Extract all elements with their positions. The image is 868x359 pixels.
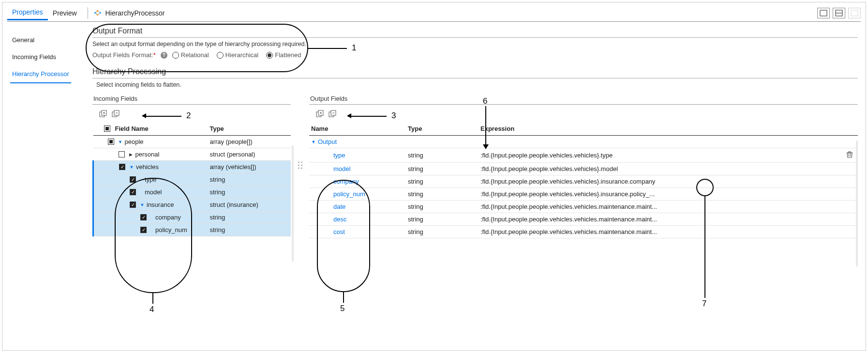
radio-flattened[interactable]: Flattened — [266, 51, 301, 59]
chevron-down-icon[interactable]: ▼ — [311, 140, 316, 144]
field-type: array (vehicles[]) — [208, 161, 291, 173]
expand-all-icon[interactable] — [98, 109, 108, 119]
output-field-name[interactable]: cost — [311, 228, 345, 235]
annotation-number: 4 — [150, 305, 154, 314]
scrollbar[interactable] — [856, 140, 858, 266]
annotation-number: 6 — [483, 96, 487, 106]
output-fields-format-row: Output Fields Format:* ? Relational Hier… — [92, 51, 858, 59]
annotation-number: 5 — [340, 304, 344, 313]
incoming-fields-panel: Incoming Fields Field Name Type ▼ people… — [92, 92, 291, 238]
sidenav-hierarchy-processor[interactable]: Hierarchy Processor — [10, 65, 71, 83]
output-field-name[interactable]: model — [311, 165, 350, 172]
tab-preview[interactable]: Preview — [48, 6, 82, 20]
radio-relational[interactable]: Relational — [172, 51, 209, 59]
chevron-down-icon[interactable]: ▼ — [129, 165, 134, 170]
row-checkbox[interactable] — [140, 214, 147, 220]
layout-single-icon[interactable] — [817, 8, 830, 18]
row-checkbox[interactable] — [130, 176, 136, 183]
row-checkbox[interactable] — [130, 202, 136, 208]
incoming-row[interactable]: ▼ insurancestruct (insurance) — [93, 199, 291, 211]
row-checkbox[interactable] — [140, 227, 147, 233]
panel-splitter[interactable] — [297, 92, 303, 238]
output-format-desc: Select an output format depending on the… — [92, 41, 858, 47]
trash-icon[interactable] — [846, 153, 853, 160]
annotation-number: 2 — [186, 111, 191, 121]
col-expression: Expression — [479, 123, 841, 136]
output-root-label[interactable]: Output — [318, 138, 337, 145]
sidenav-incoming-fields[interactable]: Incoming Fields — [10, 48, 87, 65]
chevron-down-icon[interactable]: ▼ — [140, 203, 145, 207]
output-field-name[interactable]: type — [311, 152, 345, 159]
tab-properties[interactable]: Properties — [7, 5, 48, 20]
output-row[interactable]: coststring:fld.{Input.people.people.vehi… — [309, 226, 858, 238]
output-field-type: string — [406, 148, 479, 163]
output-row[interactable]: modelstring:fld.{Input.people.people.veh… — [309, 163, 858, 175]
layout-split-icon[interactable] — [833, 8, 845, 18]
main-panel: Output Format Select an output format de… — [90, 24, 861, 238]
incoming-row[interactable]: typestring — [93, 173, 291, 186]
help-icon[interactable]: ? — [161, 52, 167, 59]
field-name: policy_num — [155, 226, 187, 234]
layout-blank-icon[interactable] — [848, 8, 861, 18]
svg-rect-11 — [851, 10, 858, 16]
output-field-expression: :fld.{Input.people.people.vehicles.vehic… — [479, 148, 841, 163]
hierarchy-processing-desc: Select incoming fields to flatten. — [92, 81, 858, 88]
svg-rect-0 — [94, 12, 96, 14]
incoming-row[interactable]: modelstring — [93, 186, 291, 199]
incoming-fields-title: Incoming Fields — [93, 95, 291, 102]
output-row[interactable]: typestring:fld.{Input.people.people.vehi… — [309, 148, 858, 163]
chevron-right-icon[interactable]: ▶ — [129, 152, 134, 157]
output-field-expression: :fld.{Input.people.people.vehicles.vehic… — [479, 201, 841, 213]
field-type: string — [208, 211, 291, 224]
output-root-row[interactable]: ▼ Output — [309, 136, 858, 148]
output-field-name[interactable]: company — [311, 178, 359, 185]
output-field-name[interactable]: policy_num — [311, 190, 365, 198]
scrollbar[interactable] — [292, 145, 294, 262]
top-bar: Properties Preview HierarchyProcessor — [7, 4, 861, 22]
annotation-number: 3 — [391, 111, 396, 121]
drag-handle-icon[interactable] — [297, 162, 303, 169]
divider — [92, 37, 858, 38]
hierarchy-processing-title: Hierarchy Processing — [92, 67, 858, 76]
output-row[interactable]: policy_numstring:fld.{Input.people.peopl… — [309, 188, 858, 201]
svg-line-7 — [98, 13, 100, 15]
field-type: string — [208, 173, 291, 186]
field-name: vehicles — [136, 163, 159, 171]
incoming-row[interactable]: ▼ peoplearray (people[]) — [93, 136, 291, 148]
incoming-fields-table: Field Name Type ▼ peoplearray (people[])… — [92, 123, 291, 236]
row-checkbox[interactable] — [108, 139, 114, 145]
output-row[interactable]: datestring:fld.{Input.people.people.vehi… — [309, 201, 858, 213]
row-checkbox[interactable] — [119, 164, 125, 170]
incoming-row[interactable]: ▼ vehiclesarray (vehicles[]) — [93, 161, 291, 173]
sidenav-general[interactable]: General — [10, 31, 87, 48]
collapse-all-icon[interactable] — [328, 109, 337, 119]
output-row[interactable]: companystring:fld.{Input.people.people.v… — [309, 175, 858, 188]
divider — [92, 78, 858, 78]
radio-hierarchical[interactable]: Hierarchical — [217, 51, 259, 59]
output-row[interactable]: descstring:fld.{Input.people.people.vehi… — [309, 213, 858, 226]
incoming-row[interactable]: ▶ personalstruct (personal) — [93, 148, 291, 161]
output-field-type: string — [406, 163, 479, 175]
field-name: type — [145, 176, 157, 183]
hierarchy-processor-icon — [94, 9, 102, 17]
select-all-checkbox[interactable] — [104, 125, 110, 132]
divider — [309, 104, 858, 105]
svg-line-6 — [98, 11, 100, 13]
output-field-expression: :fld.{Input.people.people.vehicles.vehic… — [479, 226, 841, 238]
chevron-down-icon[interactable]: ▼ — [118, 140, 123, 144]
expand-all-icon[interactable] — [315, 109, 325, 119]
collapse-all-icon[interactable] — [111, 109, 120, 119]
row-checkbox[interactable] — [130, 189, 136, 195]
incoming-row[interactable]: policy_numstring — [93, 224, 291, 236]
row-checkbox[interactable] — [119, 151, 125, 157]
output-field-type: string — [406, 213, 479, 226]
side-nav: General Incoming Fields Hierarchy Proces… — [7, 24, 90, 238]
field-name: company — [155, 214, 181, 221]
svg-rect-8 — [820, 10, 827, 16]
output-field-name[interactable]: date — [311, 203, 345, 210]
output-field-type: string — [406, 201, 479, 213]
col-name: Name — [309, 123, 406, 136]
incoming-row[interactable]: companystring — [93, 211, 291, 224]
output-field-type: string — [406, 188, 479, 201]
output-field-name[interactable]: desc — [311, 216, 346, 223]
